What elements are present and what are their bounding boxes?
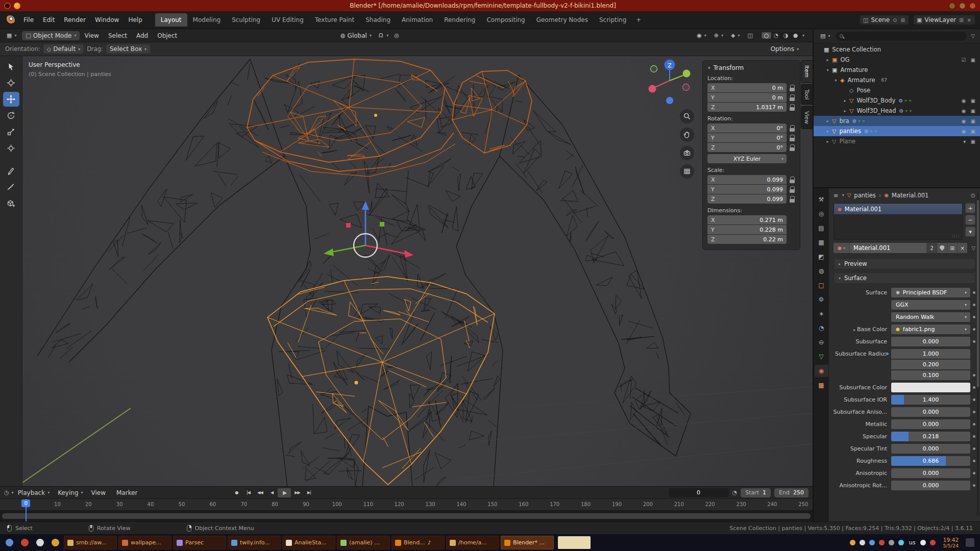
topbar-menu[interactable]: File <box>19 14 38 26</box>
play-button[interactable]: ▶ <box>278 488 291 497</box>
tool-annotate[interactable] <box>3 163 19 178</box>
property-field[interactable]: ◉ ● 0.100 ▾ <box>891 370 970 380</box>
lock-icon[interactable] <box>790 186 795 193</box>
lock-icon[interactable] <box>790 94 795 101</box>
tool-cursor[interactable] <box>3 76 19 90</box>
lock-icon[interactable] <box>790 144 795 151</box>
property-field[interactable]: ◉ ● 0.200 ▾ <box>891 360 970 369</box>
x-axis-ball[interactable] <box>649 85 656 93</box>
material-slot-specials-button[interactable]: ▾ <box>965 227 975 237</box>
new-viewlayer-button[interactable]: ⊞ <box>959 17 964 23</box>
scale-field[interactable]: X0.099 <box>707 175 787 184</box>
gizmo-y-arrow[interactable] <box>324 248 334 256</box>
workspace-tab[interactable]: Animation <box>396 13 438 27</box>
slot-list-grip[interactable] <box>952 233 960 239</box>
preview-section-header[interactable]: ▸Preview <box>834 258 975 269</box>
tab-scene[interactable]: ◩ <box>815 251 828 263</box>
viewport-menu[interactable]: Object <box>153 30 182 41</box>
timeline-ruler[interactable]: 0102030405060708090100110120130140150160… <box>0 499 813 511</box>
tab-view-layer[interactable]: ▦ <box>815 236 828 248</box>
outliner-row[interactable]: ▸ ▽ Plane ▾ ▣ <box>814 136 980 146</box>
property-field[interactable]: ◉ ● 0.000 ▾ <box>891 337 970 346</box>
visibility-icons[interactable]: ◉ ▣ <box>962 108 977 114</box>
timeline-menu[interactable]: Marker <box>112 488 144 497</box>
timeline-horizontal-scrollbar[interactable] <box>2 513 811 519</box>
window-menu-icon[interactable] <box>4 3 11 9</box>
y-axis-ball[interactable] <box>683 70 691 78</box>
outliner-item-label[interactable]: Plane <box>839 138 855 145</box>
expand-caret[interactable]: ▾ <box>833 78 839 83</box>
outliner-row[interactable]: ▸ ▣ OG ☑ ▣ <box>814 55 980 65</box>
taskbar-window-button[interactable]: Blender* ... <box>501 536 554 549</box>
color-swatch[interactable] <box>891 383 970 392</box>
3d-viewport[interactable]: Z User Perspective (0) Scene Collection … <box>22 56 813 486</box>
workspace-tab[interactable]: Scripting <box>594 13 632 27</box>
lock-icon[interactable] <box>790 135 795 141</box>
show-desktop-button[interactable] <box>966 538 974 547</box>
rotation-field[interactable]: X0° <box>707 123 787 133</box>
snap-toggle[interactable]: Ω <box>375 31 386 40</box>
workspace-tab[interactable]: Rendering <box>438 13 481 27</box>
use-preview-range-toggle[interactable]: ◔ <box>732 489 738 496</box>
rotation-mode-dropdown[interactable]: XYZ Euler▾ <box>707 154 787 163</box>
workspace-tab[interactable]: Layout <box>155 13 187 27</box>
dimension-field[interactable]: X0.271 m <box>707 215 787 224</box>
gizmo-plane-handle-x[interactable] <box>346 223 351 228</box>
negative-z-axis-ball[interactable] <box>666 97 673 104</box>
vertex-group-icon[interactable]: ▿ ▿ <box>904 98 912 103</box>
unlink-material-button[interactable]: × <box>957 243 967 253</box>
outliner-row[interactable]: ▸ ▽ bra ⚙ ▿ ▿ ◉ ▣ <box>814 116 980 126</box>
scene-selector[interactable]: ◫ Scene ⊙ ⊞ <box>860 15 909 24</box>
property-field[interactable]: ◉ ● 0.218 ▾ <box>891 432 970 441</box>
viewport-menu[interactable]: Add <box>132 30 153 41</box>
expand-caret[interactable]: ▸ <box>842 98 848 103</box>
lock-icon[interactable] <box>790 177 795 183</box>
jump-to-end-button[interactable]: ▶| <box>303 488 314 497</box>
expand-caret[interactable]: ▾ <box>825 68 830 72</box>
zoom-button[interactable] <box>680 109 694 123</box>
tray-icon[interactable] <box>869 540 875 545</box>
move-gizmo[interactable] <box>324 201 413 258</box>
workspace-tab[interactable]: Shading <box>360 13 396 27</box>
visibility-icons[interactable]: ◉ ▣ <box>962 129 977 134</box>
camera-view-button[interactable] <box>680 146 694 160</box>
tab-constraints[interactable]: ⊖ <box>815 336 828 348</box>
pin-icon[interactable]: ⊙ <box>970 192 975 199</box>
location-field[interactable]: Y0 m <box>707 93 787 102</box>
tray-icon[interactable] <box>860 540 865 545</box>
taskbar-window-button[interactable]: Parsec <box>173 536 226 549</box>
next-keyframe-button[interactable]: ▶▶ <box>291 488 303 497</box>
negative-y-axis-ball[interactable] <box>651 66 657 72</box>
expand-caret[interactable]: ▸ <box>825 129 830 134</box>
tool-add-cube[interactable] <box>3 196 19 211</box>
tab-render[interactable]: ◎ <box>815 208 828 220</box>
timeline-menu[interactable]: Playback▾ <box>14 488 54 497</box>
maximize-button[interactable] <box>959 3 966 9</box>
tab-material[interactable]: ◉ <box>815 365 828 377</box>
tray-icon[interactable] <box>920 540 926 545</box>
tray-icon[interactable] <box>898 540 904 545</box>
tab-modifiers[interactable]: ⚙ <box>815 293 828 306</box>
shading-solid-button[interactable]: ◔ <box>771 32 781 39</box>
keyboard-layout-indicator[interactable]: us <box>909 539 916 546</box>
breadcrumb-object[interactable]: panties <box>854 192 875 199</box>
lock-icon[interactable] <box>790 125 795 132</box>
mode-selector[interactable]: □ Object Mode▾ <box>22 31 80 40</box>
modifier-icon[interactable]: ⚙ <box>898 98 903 104</box>
expand-caret[interactable]: ▸ <box>825 58 830 62</box>
frame-end-field[interactable]: End250 <box>774 488 808 497</box>
notes-window-button[interactable] <box>558 536 591 549</box>
outliner-row[interactable]: ▸ ▽ Wolf3D_Head ⚙ ▿ ▿ ◉ ▣ <box>814 106 980 116</box>
material-slot-active[interactable]: ● Material.001 <box>834 204 962 214</box>
proportional-edit-toggle[interactable]: ◎ <box>390 31 403 40</box>
expand-caret[interactable]: ▸ <box>842 109 848 113</box>
modifier-icon[interactable]: ⚙ <box>864 129 869 134</box>
location-field[interactable]: X0 m <box>707 83 787 92</box>
scale-field[interactable]: Y0.099 <box>707 185 787 194</box>
outliner-item-label[interactable]: bra <box>839 117 849 124</box>
auto-keying-toggle[interactable]: ● <box>231 488 242 497</box>
outliner-item-label[interactable]: OG <box>840 56 849 63</box>
material-slot-list[interactable]: ● Material.001 <box>834 203 963 240</box>
property-field[interactable]: ◉ ● fabric1.png ▾ <box>891 324 970 334</box>
taskbar-launcher-icon[interactable] <box>3 536 16 549</box>
